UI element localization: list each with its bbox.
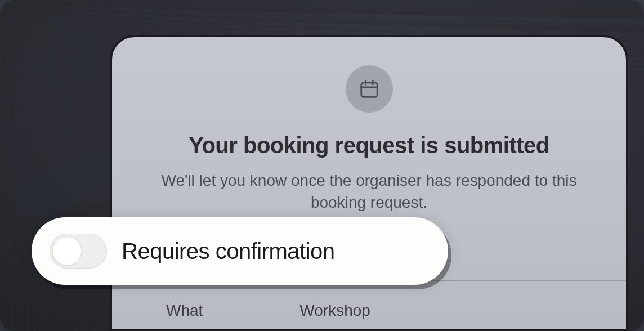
booking-title: Your booking request is submitted [146, 133, 592, 158]
detail-value-workshop: Workshop [299, 302, 370, 320]
detail-row: What Workshop [112, 302, 626, 320]
svg-rect-0 [361, 83, 377, 97]
toggle-knob [52, 236, 82, 266]
booking-confirmation-card: Your booking request is submitted We'll … [110, 35, 628, 331]
requires-confirmation-pill: Requires confirmation [32, 217, 448, 285]
booking-subtitle: We'll let you know once the organiser ha… [155, 169, 583, 213]
icon-circle [346, 65, 393, 113]
detail-label-what: What [166, 302, 203, 320]
requires-confirmation-toggle[interactable] [50, 234, 107, 269]
calendar-icon [359, 78, 380, 100]
toggle-label: Requires confirmation [122, 239, 335, 264]
